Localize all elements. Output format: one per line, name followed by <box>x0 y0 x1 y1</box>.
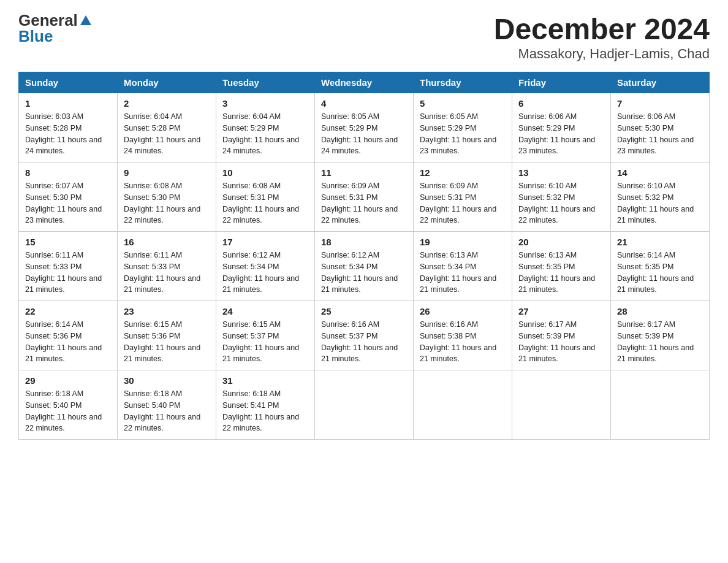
day-number: 12 <box>420 167 506 178</box>
day-number: 22 <box>25 306 111 316</box>
logo-general-text: General <box>18 12 78 28</box>
week-row-2: 8 Sunrise: 6:07 AMSunset: 5:30 PMDayligh… <box>19 163 710 232</box>
day-number: 24 <box>222 306 308 316</box>
calendar-cell: 17 Sunrise: 6:12 AMSunset: 5:34 PMDaylig… <box>216 232 315 301</box>
day-number: 29 <box>25 375 111 386</box>
page-header: General Blue December 2024 Massakory, Ha… <box>18 12 710 62</box>
day-number: 18 <box>321 237 407 247</box>
calendar-cell: 2 Sunrise: 6:04 AMSunset: 5:28 PMDayligh… <box>118 93 216 163</box>
day-info: Sunrise: 6:14 AMSunset: 5:35 PMDaylight:… <box>617 250 703 296</box>
header-row: SundayMondayTuesdayWednesdayThursdayFrid… <box>19 72 710 93</box>
day-info: Sunrise: 6:10 AMSunset: 5:32 PMDaylight:… <box>518 180 604 226</box>
calendar-cell: 1 Sunrise: 6:03 AMSunset: 5:28 PMDayligh… <box>19 93 118 163</box>
day-info: Sunrise: 6:06 AMSunset: 5:29 PMDaylight:… <box>518 111 604 157</box>
day-info: Sunrise: 6:04 AMSunset: 5:28 PMDaylight:… <box>124 111 210 157</box>
day-number: 23 <box>124 306 210 316</box>
calendar-cell: 11 Sunrise: 6:09 AMSunset: 5:31 PMDaylig… <box>315 163 414 232</box>
day-info: Sunrise: 6:11 AMSunset: 5:33 PMDaylight:… <box>124 250 210 296</box>
day-info: Sunrise: 6:18 AMSunset: 5:40 PMDaylight:… <box>25 388 111 434</box>
calendar-cell: 27 Sunrise: 6:17 AMSunset: 5:39 PMDaylig… <box>512 301 611 370</box>
day-number: 6 <box>518 98 604 109</box>
header-thursday: Thursday <box>414 72 512 93</box>
day-number: 4 <box>321 98 407 109</box>
day-info: Sunrise: 6:18 AMSunset: 5:40 PMDaylight:… <box>124 388 210 434</box>
day-number: 27 <box>518 306 604 316</box>
day-number: 26 <box>420 306 506 316</box>
calendar-cell: 7 Sunrise: 6:06 AMSunset: 5:30 PMDayligh… <box>611 93 710 163</box>
day-number: 5 <box>420 98 506 109</box>
header-wednesday: Wednesday <box>315 72 414 93</box>
week-row-3: 15 Sunrise: 6:11 AMSunset: 5:33 PMDaylig… <box>19 232 710 301</box>
page-subtitle: Massakory, Hadjer-Lamis, Chad <box>494 46 710 62</box>
calendar-cell: 5 Sunrise: 6:05 AMSunset: 5:29 PMDayligh… <box>414 93 512 163</box>
calendar-cell: 25 Sunrise: 6:16 AMSunset: 5:37 PMDaylig… <box>315 301 414 370</box>
logo-icon <box>79 14 93 28</box>
day-info: Sunrise: 6:03 AMSunset: 5:28 PMDaylight:… <box>25 111 111 157</box>
day-number: 7 <box>617 98 703 109</box>
day-number: 16 <box>124 237 210 247</box>
calendar-cell: 18 Sunrise: 6:12 AMSunset: 5:34 PMDaylig… <box>315 232 414 301</box>
calendar-cell: 15 Sunrise: 6:11 AMSunset: 5:33 PMDaylig… <box>19 232 118 301</box>
day-info: Sunrise: 6:08 AMSunset: 5:31 PMDaylight:… <box>222 180 308 226</box>
logo-blue-text: Blue <box>18 28 53 44</box>
day-info: Sunrise: 6:16 AMSunset: 5:37 PMDaylight:… <box>321 319 407 365</box>
day-number: 20 <box>518 237 604 247</box>
calendar-cell <box>512 370 611 440</box>
header-tuesday: Tuesday <box>216 72 315 93</box>
header-friday: Friday <box>512 72 611 93</box>
calendar-cell: 16 Sunrise: 6:11 AMSunset: 5:33 PMDaylig… <box>118 232 216 301</box>
day-number: 3 <box>222 98 308 109</box>
day-number: 13 <box>518 167 604 178</box>
calendar-cell: 8 Sunrise: 6:07 AMSunset: 5:30 PMDayligh… <box>19 163 118 232</box>
calendar-cell <box>414 370 512 440</box>
day-info: Sunrise: 6:11 AMSunset: 5:33 PMDaylight:… <box>25 250 111 296</box>
calendar-cell: 22 Sunrise: 6:14 AMSunset: 5:36 PMDaylig… <box>19 301 118 370</box>
day-number: 17 <box>222 237 308 247</box>
calendar-cell: 23 Sunrise: 6:15 AMSunset: 5:36 PMDaylig… <box>118 301 216 370</box>
calendar-cell: 26 Sunrise: 6:16 AMSunset: 5:38 PMDaylig… <box>414 301 512 370</box>
day-number: 21 <box>617 237 703 247</box>
day-info: Sunrise: 6:12 AMSunset: 5:34 PMDaylight:… <box>222 250 308 296</box>
day-info: Sunrise: 6:07 AMSunset: 5:30 PMDaylight:… <box>25 180 111 226</box>
day-info: Sunrise: 6:09 AMSunset: 5:31 PMDaylight:… <box>420 180 506 226</box>
day-info: Sunrise: 6:15 AMSunset: 5:36 PMDaylight:… <box>124 319 210 365</box>
day-number: 9 <box>124 167 210 178</box>
day-number: 30 <box>124 375 210 386</box>
day-number: 10 <box>222 167 308 178</box>
title-block: December 2024 Massakory, Hadjer-Lamis, C… <box>494 12 710 62</box>
calendar-cell: 20 Sunrise: 6:13 AMSunset: 5:35 PMDaylig… <box>512 232 611 301</box>
day-info: Sunrise: 6:17 AMSunset: 5:39 PMDaylight:… <box>518 319 604 365</box>
calendar-cell: 14 Sunrise: 6:10 AMSunset: 5:32 PMDaylig… <box>611 163 710 232</box>
day-number: 14 <box>617 167 703 178</box>
calendar-cell: 24 Sunrise: 6:15 AMSunset: 5:37 PMDaylig… <box>216 301 315 370</box>
day-info: Sunrise: 6:08 AMSunset: 5:30 PMDaylight:… <box>124 180 210 226</box>
day-number: 15 <box>25 237 111 247</box>
day-info: Sunrise: 6:05 AMSunset: 5:29 PMDaylight:… <box>420 111 506 157</box>
calendar-cell: 6 Sunrise: 6:06 AMSunset: 5:29 PMDayligh… <box>512 93 611 163</box>
day-number: 11 <box>321 167 407 178</box>
calendar-cell: 30 Sunrise: 6:18 AMSunset: 5:40 PMDaylig… <box>118 370 216 440</box>
day-info: Sunrise: 6:06 AMSunset: 5:30 PMDaylight:… <box>617 111 703 157</box>
week-row-4: 22 Sunrise: 6:14 AMSunset: 5:36 PMDaylig… <box>19 301 710 370</box>
day-info: Sunrise: 6:14 AMSunset: 5:36 PMDaylight:… <box>25 319 111 365</box>
svg-marker-0 <box>80 15 91 25</box>
calendar-cell: 12 Sunrise: 6:09 AMSunset: 5:31 PMDaylig… <box>414 163 512 232</box>
calendar-cell <box>611 370 710 440</box>
header-monday: Monday <box>118 72 216 93</box>
calendar-cell: 29 Sunrise: 6:18 AMSunset: 5:40 PMDaylig… <box>19 370 118 440</box>
day-number: 25 <box>321 306 407 316</box>
day-number: 8 <box>25 167 111 178</box>
calendar-cell: 21 Sunrise: 6:14 AMSunset: 5:35 PMDaylig… <box>611 232 710 301</box>
day-info: Sunrise: 6:05 AMSunset: 5:29 PMDaylight:… <box>321 111 407 157</box>
week-row-5: 29 Sunrise: 6:18 AMSunset: 5:40 PMDaylig… <box>19 370 710 440</box>
day-info: Sunrise: 6:13 AMSunset: 5:34 PMDaylight:… <box>420 250 506 296</box>
header-saturday: Saturday <box>611 72 710 93</box>
calendar-cell: 3 Sunrise: 6:04 AMSunset: 5:29 PMDayligh… <box>216 93 315 163</box>
calendar-cell: 31 Sunrise: 6:18 AMSunset: 5:41 PMDaylig… <box>216 370 315 440</box>
day-number: 28 <box>617 306 703 316</box>
calendar-cell: 9 Sunrise: 6:08 AMSunset: 5:30 PMDayligh… <box>118 163 216 232</box>
calendar-table: SundayMondayTuesdayWednesdayThursdayFrid… <box>18 72 710 440</box>
page-title: December 2024 <box>494 12 710 46</box>
day-info: Sunrise: 6:04 AMSunset: 5:29 PMDaylight:… <box>222 111 308 157</box>
header-sunday: Sunday <box>19 72 118 93</box>
